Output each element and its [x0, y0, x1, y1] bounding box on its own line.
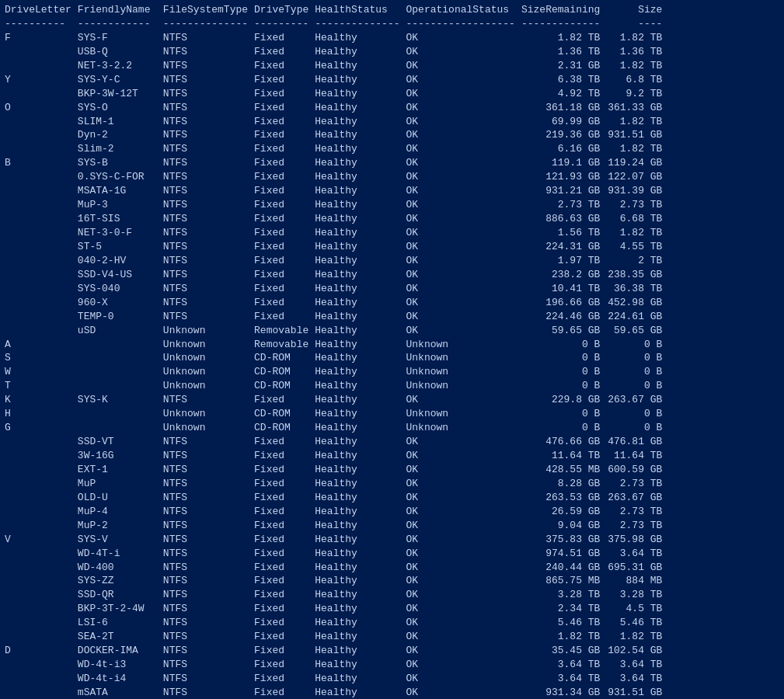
- cell-size-remaining: 196.66 GB: [521, 296, 606, 310]
- cell-op-status: OK: [406, 268, 521, 282]
- cell-size: 476.81 GB: [606, 435, 668, 449]
- cell-fs-type: NTFS: [163, 282, 254, 296]
- cell-size-remaining: 476.66 GB: [521, 435, 606, 449]
- cell-op-status: OK: [406, 686, 521, 699]
- cell-health: Healthy: [315, 463, 406, 477]
- cell-size-remaining: 3.28 TB: [521, 588, 606, 602]
- table-row: WD-4t-i3 NTFS Fixed Healthy OK 3.64 TB 3…: [5, 658, 668, 672]
- cell-friendly-name: SYS-F: [78, 31, 163, 45]
- cell-size: 11.64 TB: [606, 449, 668, 463]
- table-row: D DOCKER-IMA NTFS Fixed Healthy OK 35.45…: [5, 644, 668, 658]
- cell-drive-type: Fixed: [254, 616, 315, 630]
- sep-size: ----: [606, 17, 668, 31]
- cell-op-status: OK: [406, 282, 521, 296]
- cell-drive-type: Fixed: [254, 310, 315, 324]
- cell-size-remaining: 931.21 GB: [521, 184, 606, 198]
- cell-health: Healthy: [315, 519, 406, 533]
- cell-drive-type: Fixed: [254, 602, 315, 616]
- table-row: Y SYS-Y-C NTFS Fixed Healthy OK 6.38 TB …: [5, 73, 668, 87]
- cell-drive-letter: [5, 198, 78, 212]
- cell-op-status: OK: [406, 602, 521, 616]
- cell-friendly-name: SYS-ZZ: [78, 574, 163, 588]
- cell-size-remaining: 375.83 GB: [521, 533, 606, 547]
- table-row: A Unknown Removable Healthy Unknown 0 B …: [5, 338, 668, 352]
- cell-size-remaining: 229.8 GB: [521, 393, 606, 407]
- cell-friendly-name: WD-400: [78, 561, 163, 575]
- cell-size: 102.54 GB: [606, 644, 668, 658]
- cell-size-remaining: 121.93 GB: [521, 170, 606, 184]
- cell-size: 263.67 GB: [606, 393, 668, 407]
- cell-fs-type: Unknown: [163, 324, 254, 338]
- table-row: G Unknown CD-ROM Healthy Unknown 0 B 0 B: [5, 421, 668, 435]
- cell-drive-letter: G: [5, 421, 78, 435]
- table-row: 16T-SIS NTFS Fixed Healthy OK 886.63 GB …: [5, 212, 668, 226]
- cell-fs-type: NTFS: [163, 616, 254, 630]
- cell-health: Healthy: [315, 421, 406, 435]
- cell-op-status: Unknown: [406, 365, 521, 379]
- cell-drive-letter: [5, 519, 78, 533]
- cell-friendly-name: SYS-Y-C: [78, 73, 163, 87]
- cell-op-status: OK: [406, 128, 521, 142]
- cell-size: 2.73 TB: [606, 505, 668, 519]
- cell-friendly-name: SYS-O: [78, 101, 163, 115]
- cell-size: 122.07 GB: [606, 170, 668, 184]
- table-row: MuP-3 NTFS Fixed Healthy OK 2.73 TB 2.73…: [5, 198, 668, 212]
- table-row: T Unknown CD-ROM Healthy Unknown 0 B 0 B: [5, 379, 668, 393]
- cell-drive-letter: [5, 226, 78, 240]
- cell-health: Healthy: [315, 45, 406, 59]
- cell-size-remaining: 0 B: [521, 338, 606, 352]
- cell-fs-type: NTFS: [163, 672, 254, 686]
- cell-drive-type: CD-ROM: [254, 351, 315, 365]
- cell-fs-type: NTFS: [163, 170, 254, 184]
- table-row: B SYS-B NTFS Fixed Healthy OK 119.1 GB 1…: [5, 156, 668, 170]
- cell-size: 1.82 TB: [606, 59, 668, 73]
- sep-size-remaining: -------------: [521, 17, 606, 31]
- cell-drive-letter: [5, 616, 78, 630]
- cell-health: Healthy: [315, 156, 406, 170]
- cell-drive-letter: [5, 505, 78, 519]
- cell-fs-type: NTFS: [163, 561, 254, 575]
- cell-size-remaining: 3.64 TB: [521, 658, 606, 672]
- cell-size: 452.98 GB: [606, 296, 668, 310]
- cell-health: Healthy: [315, 226, 406, 240]
- cell-size-remaining: 219.36 GB: [521, 128, 606, 142]
- cell-drive-letter: [5, 463, 78, 477]
- cell-drive-letter: H: [5, 407, 78, 421]
- sep-drive-letter: ----------: [5, 17, 78, 31]
- col-header-drive-type: DriveType: [254, 3, 315, 17]
- cell-op-status: OK: [406, 393, 521, 407]
- cell-fs-type: NTFS: [163, 630, 254, 644]
- table-row: SYS-ZZ NTFS Fixed Healthy OK 865.75 MB 8…: [5, 574, 668, 588]
- table-row: SYS-040 NTFS Fixed Healthy OK 10.41 TB 3…: [5, 282, 668, 296]
- cell-size-remaining: 2.34 TB: [521, 602, 606, 616]
- cell-friendly-name: SYS-B: [78, 156, 163, 170]
- cell-size-remaining: 6.38 TB: [521, 73, 606, 87]
- cell-friendly-name: SSD-QR: [78, 588, 163, 602]
- cell-size: 931.51 GB: [606, 128, 668, 142]
- cell-health: Healthy: [315, 449, 406, 463]
- cell-health: Healthy: [315, 505, 406, 519]
- cell-size-remaining: 238.2 GB: [521, 268, 606, 282]
- cell-friendly-name: WD-4T-i: [78, 547, 163, 561]
- sep-health: --------------: [315, 17, 406, 31]
- cell-fs-type: NTFS: [163, 435, 254, 449]
- cell-size: 3.64 TB: [606, 547, 668, 561]
- cell-op-status: OK: [406, 226, 521, 240]
- cell-drive-letter: [5, 477, 78, 491]
- cell-fs-type: NTFS: [163, 240, 254, 254]
- cell-size: 0 B: [606, 407, 668, 421]
- cell-size-remaining: 0 B: [521, 407, 606, 421]
- cell-friendly-name: DOCKER-IMA: [78, 644, 163, 658]
- cell-drive-type: Fixed: [254, 142, 315, 156]
- cell-size-remaining: 0 B: [521, 421, 606, 435]
- cell-size: 1.36 TB: [606, 45, 668, 59]
- table-row: BKP-3T-2-4W NTFS Fixed Healthy OK 2.34 T…: [5, 602, 668, 616]
- cell-size: 0 B: [606, 351, 668, 365]
- table-row: TEMP-0 NTFS Fixed Healthy OK 224.46 GB 2…: [5, 310, 668, 324]
- cell-op-status: OK: [406, 561, 521, 575]
- cell-friendly-name: Dyn-2: [78, 128, 163, 142]
- cell-drive-type: Fixed: [254, 519, 315, 533]
- table-row: NET-3-2.2 NTFS Fixed Healthy OK 2.31 GB …: [5, 59, 668, 73]
- cell-size: 931.39 GB: [606, 184, 668, 198]
- cell-size: 375.98 GB: [606, 533, 668, 547]
